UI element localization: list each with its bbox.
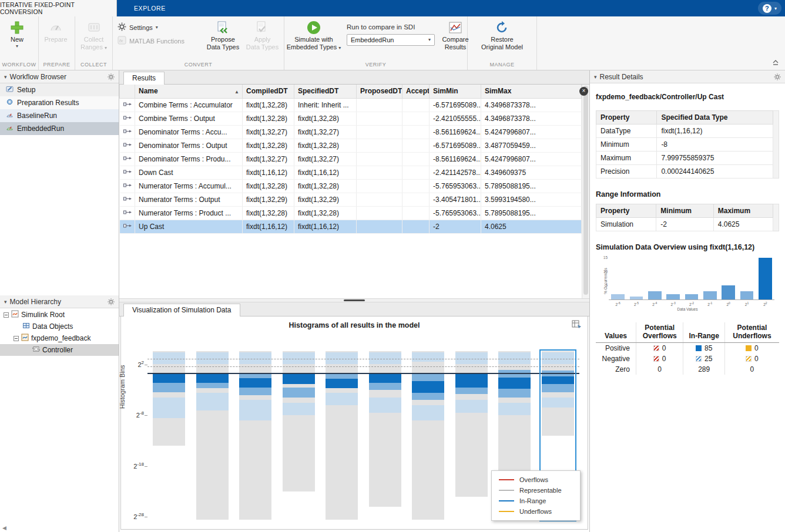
overview-heading: Simulation Data Overview using fixdt(1,1… (596, 243, 779, 251)
overview-x-tick: 2-3 (665, 301, 682, 307)
simulate-play-icon (306, 19, 321, 36)
histogram-column-denominator-terms-product[interactable] (326, 349, 358, 522)
gear-icon[interactable] (774, 73, 781, 80)
table-row-combine-terms-accumulator[interactable]: Combine Terms : Accumulatorfixdt(1,32,28… (120, 98, 582, 112)
collapse-triangle-icon[interactable]: ▾ (594, 74, 597, 80)
overview-bar (740, 291, 754, 299)
settings-button[interactable]: Settings ▾ (118, 22, 200, 32)
histogram-column-denominator-terms-accumulator[interactable] (239, 349, 271, 522)
table-row: Maximum7.999755859375 (596, 151, 773, 165)
column-header-compileddt[interactable]: CompiledDT (243, 85, 294, 98)
property-table-scrollbar[interactable] (773, 110, 779, 179)
tree-item-fxpdemo-feedback[interactable]: fxpdemo_feedback (0, 332, 119, 344)
cell-name: Denominator Terms : Accu... (135, 125, 243, 139)
histogram-column-combine-terms-output[interactable] (196, 349, 229, 522)
column-header-property: Property (596, 204, 656, 218)
cell-accept (402, 112, 430, 125)
sdi-run-combobox[interactable]: EmbeddedRun ▾ (347, 34, 435, 46)
splitter-handle[interactable] (119, 298, 589, 302)
histogram-column-numerator-terms-accumulator[interactable] (412, 349, 444, 522)
column-options-icon[interactable]: × (579, 87, 588, 96)
cell-simmin: -6.571695089... (430, 139, 481, 152)
results-vertical-scrollbar[interactable] (582, 85, 589, 298)
column-header-simmin[interactable]: SimMin (430, 85, 481, 98)
table-row-combine-terms-output[interactable]: Combine Terms : Outputfixdt(1,32,28)fixd… (120, 112, 582, 125)
collapse-triangle-icon[interactable]: ▾ (4, 299, 7, 305)
column-header-proposeddt[interactable]: ProposedDT (357, 85, 402, 98)
workflow-item-baselinerun[interactable]: BaselineRun (0, 109, 119, 122)
cell: Maximum (596, 151, 657, 165)
value: 289 (698, 365, 710, 373)
workflow-item-preparation-results[interactable]: Preparation Results (0, 96, 119, 109)
workflow-item-embeddedrun[interactable]: EmbeddedRun (0, 122, 119, 135)
matlab-functions-button[interactable]: fx MATLAB Functions (118, 36, 200, 46)
tab-iterative-fixed-point-conversion[interactable]: ITERATIVE FIXED-POINT CONVERSION (0, 0, 117, 16)
table-row-numerator-terms-accumul[interactable]: Numerator Terms : Accumul...fixdt(1,32,2… (120, 179, 582, 193)
histogram-column-combine-terms-accumulator[interactable] (153, 349, 185, 522)
scroll-left-icon[interactable]: ◀ (2, 525, 6, 531)
blue-hatch-swatch-icon (696, 356, 702, 362)
cell-name: Numerator Terms : Accumul... (135, 179, 243, 193)
histogram-column-down-cast[interactable] (369, 349, 401, 522)
red-hatch-swatch-icon (653, 356, 659, 362)
gear-icon[interactable] (108, 73, 115, 80)
tree-item-label: Controller (42, 346, 73, 354)
cell-specified: fixdt(1,32,29) (294, 193, 357, 206)
simulate-embedded-button[interactable]: Simulate with Embedded Types ▾ (287, 18, 341, 61)
table-row-numerator-terms-product[interactable]: Numerator Terms : Product ...fixdt(1,32,… (120, 206, 582, 220)
tab-visualization-of-simulation-data[interactable]: Visualization of Simulation Data (123, 304, 240, 316)
simulate-label-1: Simulate with (294, 36, 333, 43)
values-row-positive: Positive0850 (596, 343, 779, 354)
overview-bar (759, 258, 772, 299)
plot-settings-icon[interactable] (572, 320, 582, 331)
column-header-label: ProposedDT (360, 87, 402, 95)
table-row-denominator-terms-accu[interactable]: Denominator Terms : Accu...fixdt(1,32,27… (120, 125, 582, 139)
column-header-accept[interactable]: Accept (402, 85, 430, 98)
prepare-button[interactable]: Prepare (41, 18, 71, 61)
table-row-up-cast[interactable]: Up Castfixdt(1,16,12)fixdt(1,16,12)-24.0… (120, 220, 582, 233)
overview-x-tick: 20 (720, 301, 737, 307)
apply-data-types-button[interactable]: Apply Data Types (243, 18, 281, 61)
column-header-specifieddt[interactable]: SpecifiedDT (294, 85, 357, 98)
expander-icon[interactable] (14, 336, 19, 341)
table-row-denominator-terms-output[interactable]: Denominator Terms : Outputfixdt(1,32,28)… (120, 139, 582, 152)
range-table-scrollbar[interactable] (773, 204, 779, 231)
in-range-band (196, 373, 229, 383)
cell-inrange: 289 (683, 364, 724, 375)
result-details-body: fxpdemo_feedback/Controller/Up Cast Prop… (590, 83, 785, 375)
results-table: Name▲CompiledDTSpecifiedDTProposedDTAcce… (119, 85, 582, 234)
tree-item-data-objects[interactable]: Data Objects (0, 321, 119, 332)
cell-proposed (357, 125, 402, 139)
histogram-column-numerator-terms-output[interactable] (455, 349, 488, 522)
values-table-rows: Positive0850Negative0250Zero02890 (596, 343, 779, 375)
collapse-triangle-icon[interactable]: ▾ (4, 74, 7, 80)
workflow-item-setup[interactable]: Setup (0, 83, 119, 96)
restore-original-model-button[interactable]: Restore Original Model (478, 18, 526, 61)
chevron-down-icon: ▾ (428, 37, 431, 43)
column-header-name[interactable]: Name▲ (135, 85, 243, 98)
tab-explore[interactable]: EXPLORE (123, 0, 176, 16)
expander-icon[interactable] (4, 312, 9, 318)
tab-results[interactable]: Results (123, 72, 165, 85)
histogram-column-denominator-terms-output[interactable] (283, 349, 315, 522)
column-header-simmax[interactable]: SimMax (481, 85, 582, 98)
gear-icon[interactable] (108, 298, 115, 305)
result-row-icon (120, 179, 135, 193)
scrollbar-thumb[interactable] (583, 86, 588, 295)
column-header-in-range: In-Range (683, 322, 724, 343)
table-row-denominator-terms-produ[interactable]: Denominator Terms : Produ...fixdt(1,32,2… (120, 152, 582, 166)
new-button[interactable]: New ▾ (2, 18, 32, 61)
table-row-down-cast[interactable]: Down Castfixdt(1,16,12)fixdt(1,16,12)-2.… (120, 166, 582, 179)
compare-results-button[interactable]: Compare Results (441, 18, 470, 61)
result-row-icon (120, 206, 135, 220)
help-button[interactable]: ? ▾ (758, 2, 781, 15)
viz-tabstrip: Visualization of Simulation Data (119, 302, 589, 316)
table-row-numerator-terms-output[interactable]: Numerator Terms : Outputfixdt(1,32,29)fi… (120, 193, 582, 206)
in-range-band (283, 352, 315, 364)
collect-ranges-button[interactable]: Collect Ranges ▾ (78, 18, 110, 61)
tree-item-controller[interactable]: Controller (0, 344, 119, 356)
propose-data-types-button[interactable]: Propose Data Types (204, 18, 242, 61)
column-header-property: Property (596, 111, 657, 124)
tree-item-simulink-root[interactable]: Simulink Root (0, 309, 119, 321)
collapse-ribbon-icon[interactable] (772, 59, 779, 67)
